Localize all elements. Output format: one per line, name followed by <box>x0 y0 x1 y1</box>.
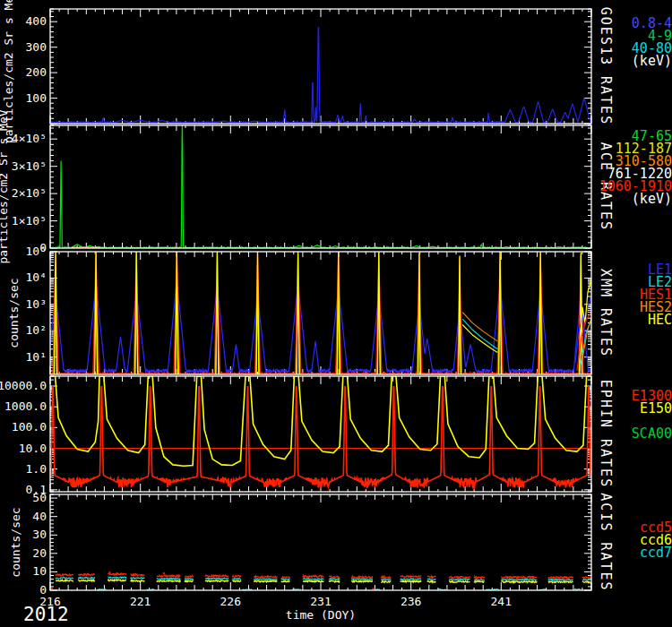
series-acis-ccd5-dots <box>51 588 53 589</box>
panel-frame-ace <box>50 125 591 248</box>
legend-item-HEC: HEC <box>648 312 672 328</box>
panel-series-ace <box>50 125 591 248</box>
series-acis-ccds-2 <box>548 581 573 583</box>
series-acis-ccds-2 <box>501 581 537 583</box>
y-tick-label: 10 <box>32 564 47 578</box>
panel-right-label-goes13: GOES13 RATES <box>598 7 614 125</box>
legend-item-E150: E150 <box>640 400 672 417</box>
series-acis-ccd5-dots <box>446 588 448 590</box>
series-acis-ccds-1 <box>232 579 241 580</box>
y-tick-label: 400 <box>26 14 47 28</box>
series-acis-ccds-1 <box>205 578 228 580</box>
series-acis-ccds-2 <box>449 581 470 583</box>
series-acis-ccds-0 <box>185 576 194 578</box>
series-acis-ccds-0 <box>131 574 145 576</box>
series-acis-ccds-2 <box>427 581 436 583</box>
series-acis-ccds-2 <box>131 580 145 582</box>
y-tick-label: 300 <box>26 40 47 54</box>
y-tick-label: 20 <box>32 546 47 560</box>
series-acis-ccds-2 <box>78 580 95 582</box>
series-acis-ccds-0 <box>548 577 573 579</box>
series-acis-ccds-1 <box>56 578 73 579</box>
series-acis-ccds-0 <box>381 577 391 579</box>
y-tick-label: 1×10⁵ <box>12 214 47 228</box>
y-tick-label: 10⁵ <box>26 245 47 258</box>
panel-frame-goes13 <box>50 9 591 124</box>
series-acis-ccds-1 <box>351 579 373 580</box>
x-tick-label: 231 <box>310 595 331 608</box>
series-acis-ccds-0 <box>254 576 278 578</box>
panel-series-xmm <box>50 252 591 374</box>
series-acis-ccds-0 <box>449 577 470 579</box>
series-xmm-hes2-decay <box>462 313 497 341</box>
series-acis-ccds-1 <box>78 578 95 579</box>
y-tick-label: 10000.0 <box>0 379 47 392</box>
panel-frame-xmm <box>50 252 591 374</box>
series-acis-ccd5-dots <box>372 588 374 589</box>
panel-series-goes13 <box>50 28 591 124</box>
series-acis-ccds-1 <box>427 579 436 580</box>
y-tick-label: 4×10⁵ <box>12 132 47 145</box>
series-acis-ccds-2 <box>56 580 73 581</box>
series-xmm-le2-decay <box>462 319 497 349</box>
series-acis-ccds-1 <box>381 579 391 580</box>
series-acis-ccds-1 <box>303 579 324 580</box>
series-acis-ccds-2 <box>232 580 241 581</box>
series-acis-ccds-1 <box>131 578 145 579</box>
axis-ticks <box>50 376 591 492</box>
y-tick-label: 50 <box>32 491 47 504</box>
series-acis-ccds-0 <box>351 576 373 578</box>
legend-item-(keV): (keV) <box>632 53 672 69</box>
series-ace-47-65 <box>50 125 591 248</box>
series-acis-ccds-2 <box>329 580 340 582</box>
series-acis-ccd5-dots <box>163 572 165 574</box>
series-ephin-e150 <box>50 376 591 466</box>
panel-right-label-ephin: EPHIN RATES <box>598 380 614 488</box>
series-acis-ccds-1 <box>582 580 590 580</box>
series-acis-ccds-2 <box>303 580 324 582</box>
series-acis-ccds-2 <box>582 581 590 582</box>
x-tick-label: 221 <box>130 595 151 608</box>
series-acis-ccds-1 <box>281 579 290 580</box>
series-acis-ccds-1 <box>157 579 181 580</box>
series-acis-ccds-2 <box>281 581 290 582</box>
series-xmm-hes1 <box>50 252 591 374</box>
panel-right-label-xmm: XMM RATES <box>598 269 614 357</box>
x-axis-label: time (DOY) <box>231 608 410 622</box>
legend-item-(keV): (keV) <box>632 191 672 207</box>
x-tick-label: 226 <box>220 595 241 608</box>
panel-right-label-acis: ACIS RATES <box>598 493 614 591</box>
y-tick-label: 10⁴ <box>26 271 47 284</box>
series-acis-ccds-2 <box>351 580 373 582</box>
series-acis-ccds-1 <box>548 580 573 580</box>
plot-canvas: 100200300400particles/cm2 Sr s MeVGOES13… <box>0 0 672 627</box>
series-acis-ccds-0 <box>281 577 290 579</box>
series-acis-ccds-0 <box>582 577 590 579</box>
series-acis-ccds-2 <box>381 581 391 583</box>
y-tick-label: 10.0 <box>19 442 47 455</box>
soe-radiation-rates-plot: 100200300400particles/cm2 Sr s MeVGOES13… <box>0 0 672 627</box>
x-tick-label: 236 <box>401 595 421 608</box>
series-acis-ccds-0 <box>329 576 340 578</box>
y-tick-label: 1.0 <box>26 462 47 476</box>
series-acis-ccds-1 <box>474 580 485 580</box>
series-acis-ccds-2 <box>205 580 228 582</box>
x-tick-label: 241 <box>491 595 512 608</box>
series-acis-ccds-1 <box>449 579 470 580</box>
axis-ticks <box>50 125 591 248</box>
series-acis-ccd5-dots <box>108 571 110 573</box>
y-tick-label: 1000.0 <box>4 399 47 413</box>
y-tick-label: 10² <box>26 323 47 337</box>
series-acis-ccds-0 <box>474 577 485 579</box>
y-tick-label: 100 <box>26 91 47 105</box>
y-axis-title: particles/cm2 Sr s MeV <box>0 109 10 263</box>
y-tick-label: 40 <box>32 510 47 523</box>
series-acis-ccds-2 <box>254 580 278 582</box>
series-acis-ccds-0 <box>427 576 436 578</box>
series-goes-0.8-4 <box>50 28 591 124</box>
series-acis-ccds-2 <box>108 580 126 581</box>
series-acis-ccds-2 <box>157 580 181 582</box>
series-acis-ccds-0 <box>303 576 324 578</box>
y-tick-label: 30 <box>32 528 47 541</box>
y-tick-label: 100.0 <box>12 420 47 434</box>
